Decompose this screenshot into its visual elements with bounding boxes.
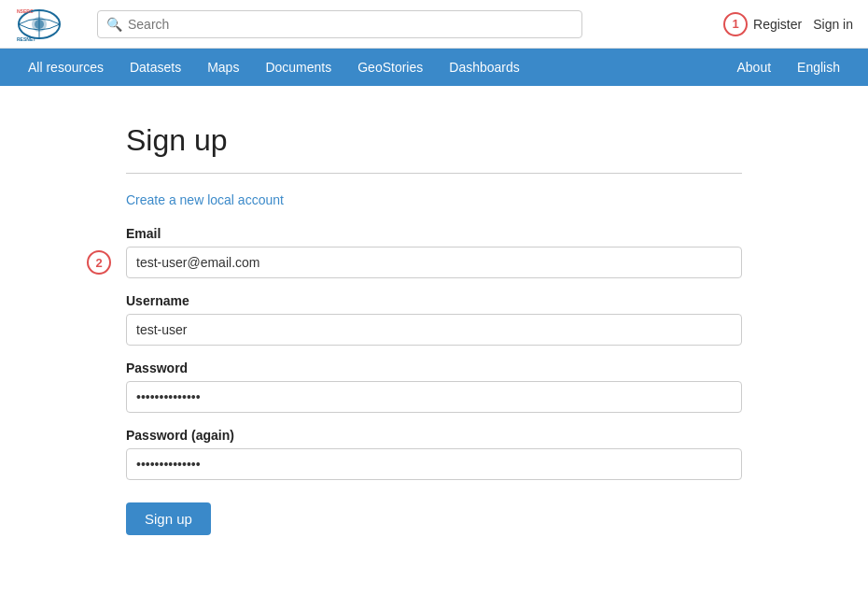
nav-maps[interactable]: Maps [194, 49, 252, 86]
register-circle-icon: 1 [723, 12, 748, 36]
password-input[interactable] [126, 381, 742, 413]
svg-text:RESNET: RESNET [17, 36, 35, 42]
search-container: 🔍 [97, 10, 582, 38]
nav-documents[interactable]: Documents [252, 49, 344, 86]
password-again-group: Password (again) [126, 428, 742, 480]
nav-bar: All resources Datasets Maps Documents Ge… [0, 49, 868, 86]
main-content: Sign up Create a new local account 2 Ema… [70, 123, 798, 535]
username-input[interactable] [126, 314, 742, 346]
signup-form: 2 Email Username Password Password (agai… [126, 226, 742, 535]
nav-geostories[interactable]: GeoStories [344, 49, 436, 86]
svg-text:NSERC: NSERC [17, 8, 34, 14]
nav-english[interactable]: English [784, 49, 853, 86]
password-again-input[interactable] [126, 448, 742, 480]
signin-button[interactable]: Sign in [813, 17, 853, 32]
divider [126, 173, 742, 174]
register-button[interactable]: 1 Register [723, 12, 802, 36]
password-label: Password [126, 361, 742, 375]
email-annotation-icon: 2 [87, 250, 111, 275]
username-label: Username [126, 293, 742, 308]
top-bar: NSERC RESNET 🔍 1 Register Sign in [0, 0, 868, 49]
nav-dashboards[interactable]: Dashboards [436, 49, 533, 86]
logo: NSERC RESNET [15, 6, 63, 43]
password-again-label: Password (again) [126, 428, 742, 443]
nav-all-resources[interactable]: All resources [15, 49, 117, 86]
nav-about[interactable]: About [723, 49, 784, 86]
register-label: Register [753, 17, 802, 32]
create-account-link[interactable]: Create a new local account [126, 192, 742, 207]
nav-datasets[interactable]: Datasets [117, 49, 194, 86]
username-group: Username [126, 293, 742, 346]
search-icon: 🔍 [106, 17, 122, 32]
page-title: Sign up [126, 123, 742, 158]
signup-button[interactable]: Sign up [126, 502, 211, 535]
search-input[interactable] [97, 10, 582, 38]
password-group: Password [126, 361, 742, 413]
email-input[interactable] [126, 247, 742, 278]
top-actions: 1 Register Sign in [723, 12, 853, 36]
email-group: 2 Email [126, 226, 742, 278]
email-label: Email [126, 226, 742, 241]
